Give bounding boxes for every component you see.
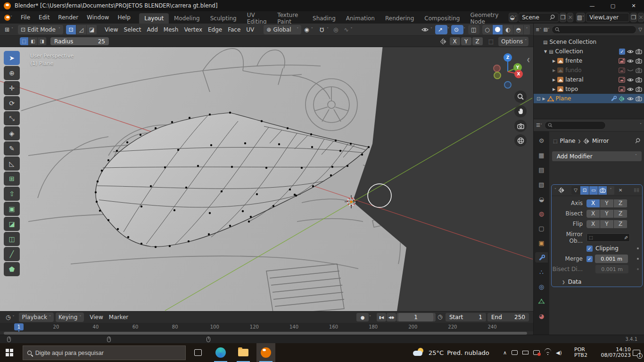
end-frame-field[interactable]: End250 — [487, 313, 529, 321]
image-data-icon[interactable] — [619, 86, 625, 92]
tab-physics[interactable]: ◎ — [535, 281, 548, 292]
menu-view[interactable]: View — [102, 25, 121, 34]
properties-search[interactable] — [545, 121, 606, 130]
row-frente[interactable]: ▶ frente — [534, 56, 644, 66]
tab-shading[interactable]: Shading — [307, 13, 341, 24]
clipping-checkbox[interactable]: ✓ — [586, 246, 593, 252]
shading-dropdown[interactable]: ˅ — [524, 25, 530, 34]
render-camera-icon[interactable] — [636, 49, 642, 54]
mirror-modifier-icon[interactable] — [619, 96, 625, 102]
menu-edge[interactable]: Edge — [205, 25, 225, 34]
vertex-select-icon[interactable]: ⊡ — [66, 25, 76, 34]
add-modifier-dropdown[interactable]: Add Modifier ˅ — [552, 151, 642, 161]
maximize-button[interactable]: ▢ — [603, 0, 623, 11]
panel-collapse-arrow[interactable]: ˅ — [554, 188, 556, 192]
axis-x-toggle[interactable]: X — [586, 199, 600, 207]
bisect-z-toggle[interactable]: Z — [614, 210, 627, 218]
menu-vertex[interactable]: Vertex — [181, 25, 205, 34]
view-menu[interactable]: View — [87, 313, 106, 322]
gizmo-x-axis[interactable]: X — [514, 70, 523, 78]
tab-world[interactable]: ◍ — [535, 208, 548, 219]
shading-rendered-icon[interactable]: ◓ — [513, 25, 524, 34]
camera-view-button[interactable] — [514, 120, 527, 132]
auto-key-button[interactable]: ● — [356, 313, 369, 321]
animate-dot[interactable] — [637, 247, 639, 249]
gizmo-neg-x-axis[interactable] — [493, 65, 501, 72]
expand-arrow[interactable]: ▶ — [553, 59, 555, 63]
tab-object[interactable]: ▣ — [535, 238, 548, 248]
snap-base-icon[interactable]: ⬚ — [486, 37, 496, 46]
tab-scene[interactable]: ◒ — [535, 194, 548, 204]
scene-selector[interactable]: Scene — [519, 13, 559, 22]
tab-animation[interactable]: Animation — [341, 13, 380, 24]
tab-collection[interactable]: ▢ — [535, 223, 548, 233]
tray-tablet-icon[interactable] — [512, 350, 518, 355]
data-subpanel[interactable]: ❯ Data — [552, 276, 642, 288]
tool-extrude[interactable]: ⇧ — [4, 187, 20, 201]
viewlayer-selector[interactable]: ViewLayer — [586, 13, 629, 22]
orientation-dropdown[interactable]: ⊕ Global˅ — [264, 25, 301, 34]
breadcrumb-object[interactable]: Plane — [560, 138, 575, 144]
flip-z-toggle[interactable]: Z — [614, 220, 627, 228]
hidden-eye-closed-icon[interactable] — [627, 68, 634, 73]
language-indicator[interactable]: POR PTB2 — [574, 347, 587, 358]
tab-sculpting[interactable]: Sculpting — [205, 13, 242, 24]
app-menu-icon[interactable]: ˅ — [0, 11, 17, 24]
tab-object-data[interactable] — [535, 296, 548, 306]
tool-loop-cut[interactable]: ◫ — [4, 232, 20, 246]
outliner-search-input[interactable] — [561, 27, 633, 33]
gizmos-dropdown[interactable]: ˅ — [447, 27, 449, 32]
show-in-editmode-toggle[interactable]: ⊡ — [580, 186, 589, 195]
select-subtract-icon[interactable]: ◨ — [38, 37, 47, 45]
render-camera-icon[interactable] — [636, 67, 642, 73]
collapse-panel-arrow[interactable]: ❮ — [527, 58, 530, 62]
image-data-icon[interactable] — [619, 77, 625, 83]
keying-menu[interactable]: Keying˅ — [56, 313, 84, 322]
modifier-wrench-icon[interactable] — [611, 96, 617, 101]
merge-threshold-field[interactable]: 0.001 m — [595, 255, 628, 263]
editor-type-button[interactable]: ⊞˅ — [2, 25, 16, 34]
prev-keyframe-button[interactable]: ◀◆ — [387, 313, 396, 321]
tool-scale[interactable]: ⤡ — [4, 111, 20, 125]
breadcrumb-modifier[interactable]: Mirror — [592, 138, 609, 144]
gizmo-neg-z-axis[interactable] — [504, 81, 512, 89]
expand-arrow[interactable]: ▶ — [553, 87, 555, 91]
pin-icon[interactable] — [547, 13, 557, 22]
radius-slider[interactable]: Radius 25 — [50, 37, 109, 45]
snap-dropdown[interactable]: ˅ — [327, 27, 329, 32]
tab-geometry-node[interactable]: Geometry Node — [465, 13, 506, 24]
zoom-button[interactable] — [514, 90, 527, 103]
show-realtime-toggle[interactable]: ▭ — [589, 186, 598, 195]
ortho-toggle-button[interactable] — [514, 134, 527, 147]
shading-material-icon[interactable]: ◐ — [503, 25, 513, 34]
mirror-x-toggle[interactable]: X — [450, 37, 460, 45]
gizmo-neg-y-axis[interactable] — [494, 72, 501, 79]
eyedropper-icon[interactable]: ✎ — [623, 236, 628, 239]
current-frame-marker[interactable]: 1 — [14, 323, 24, 330]
tab-compositing[interactable]: Compositing — [419, 13, 465, 24]
menu-file[interactable]: File — [17, 11, 34, 24]
menu-select[interactable]: Select — [121, 25, 144, 34]
row-collection[interactable]: ▼ ▤ Collection ✓ — [534, 47, 644, 56]
minimize-button[interactable]: — — [582, 0, 603, 11]
gizmo-z-axis[interactable]: Z — [504, 53, 512, 62]
hide-eye-icon[interactable] — [627, 87, 634, 91]
tray-wifi-icon[interactable] — [545, 350, 551, 355]
blender-app-icon[interactable] — [256, 343, 275, 362]
tool-bevel[interactable]: ◪ — [4, 217, 20, 231]
tray-cast-icon[interactable] — [533, 350, 540, 355]
tab-material[interactable]: ◕ — [535, 311, 548, 321]
bisect-x-toggle[interactable]: X — [586, 210, 600, 218]
face-select-icon[interactable]: ◪ — [87, 25, 97, 34]
show-on-cage-toggle[interactable]: ▽ — [571, 186, 580, 195]
outliner-search[interactable] — [552, 25, 636, 34]
menu-window[interactable]: Window — [83, 11, 113, 24]
tool-poly-build[interactable]: ⬟ — [4, 262, 20, 276]
row-topo[interactable]: ▶ topo — [534, 84, 644, 94]
menu-face[interactable]: Face — [225, 25, 243, 34]
viewlayer-copy-button[interactable]: ❐ — [630, 13, 637, 22]
render-camera-icon[interactable] — [636, 96, 642, 101]
start-frame-field[interactable]: Start1 — [446, 313, 486, 321]
proportional-falloff-icon[interactable]: ∿˅ — [341, 25, 355, 34]
file-explorer-icon[interactable] — [234, 343, 253, 362]
